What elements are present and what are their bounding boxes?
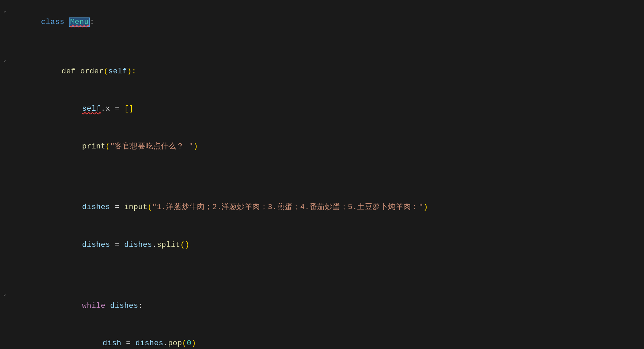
paren-input-open: ( xyxy=(148,203,152,212)
dot-split: . xyxy=(152,241,157,249)
op-assign-dishes: = xyxy=(110,203,124,212)
var-dishes: dishes xyxy=(82,203,110,212)
op-assign-dish: = xyxy=(121,339,135,348)
code-line-dish-pop: dish = dishes.pop(0) xyxy=(0,325,644,349)
empty-line-5 xyxy=(0,275,644,287)
code-content-class: class Menu: xyxy=(10,4,94,40)
code-line-while: ⌄ while dishes: xyxy=(0,287,644,325)
method-pop: pop xyxy=(168,339,182,348)
fold-arrow-def[interactable]: ⌄ xyxy=(0,57,10,64)
colon-while: : xyxy=(138,302,143,310)
paren-print-close: ) xyxy=(193,142,198,151)
code-line-def: ⌄ def order(self): xyxy=(0,53,644,91)
func-input: input xyxy=(124,203,148,212)
paren-input-close: ) xyxy=(424,203,428,212)
code-content-dishes-input: dishes = input("1.洋葱炒牛肉；2.洋葱炒羊肉；3.煎蛋；4.番… xyxy=(10,189,428,226)
paren-split: () xyxy=(180,241,189,249)
paren-close-def: ): xyxy=(127,67,136,76)
var-dishes-2: dishes xyxy=(82,241,110,249)
code-content-dishes-split: dishes = dishes.split() xyxy=(10,227,190,263)
dot-pop: . xyxy=(163,339,168,348)
class-name-menu: Menu xyxy=(69,17,90,27)
fold-icon-class: ⌄ xyxy=(3,8,6,15)
paren-pop-open: ( xyxy=(182,339,187,348)
bracket-empty: [] xyxy=(124,105,134,113)
method-order: order xyxy=(80,67,103,76)
empty-line-2 xyxy=(0,165,644,177)
fold-arrow-while[interactable]: ⌄ xyxy=(0,291,10,298)
num-zero: 0 xyxy=(187,339,191,348)
method-split: split xyxy=(157,241,180,249)
fold-icon-def: ⌄ xyxy=(3,57,6,64)
paren-pop-close: ) xyxy=(191,339,196,348)
var-dish: dish xyxy=(103,339,122,348)
code-line-self-x: self.x = [] xyxy=(0,90,644,128)
str-menu: "1.洋葱炒牛肉；2.洋葱炒羊肉；3.煎蛋；4.番茄炒蛋；5.土豆萝卜炖羊肉：" xyxy=(152,203,424,212)
var-dishes-3: dishes xyxy=(124,241,152,249)
keyword-class: class xyxy=(41,18,69,26)
str-welcome: "客官想要吃点什么？ " xyxy=(110,142,193,151)
code-content-print: print("客官想要吃点什么？ ") xyxy=(10,129,198,165)
code-editor: ⌄ class Menu: ⌄ def order(self): self.x … xyxy=(0,0,644,349)
op-assign-split: = xyxy=(110,241,124,249)
code-line-class: ⌄ class Menu: xyxy=(0,3,644,41)
op-assign-x: = xyxy=(115,105,124,113)
code-content-dish-pop: dish = dishes.pop(0) xyxy=(10,325,196,349)
fold-icon-while: ⌄ xyxy=(3,291,6,298)
paren-print-open: ( xyxy=(105,142,110,151)
code-line-dishes-input: dishes = input("1.洋葱炒牛肉；2.洋葱炒羊肉；3.煎蛋；4.番… xyxy=(0,189,644,226)
empty-line-4 xyxy=(0,264,644,275)
code-content-while: while dishes: xyxy=(10,288,143,324)
keyword-def: def xyxy=(62,67,80,76)
fold-arrow-class[interactable]: ⌄ xyxy=(0,8,10,15)
func-print: print xyxy=(82,142,105,151)
code-line-print: print("客官想要吃点什么？ ") xyxy=(0,128,644,166)
code-content-def: def order(self): xyxy=(10,53,136,90)
var-dishes-while: dishes xyxy=(110,302,138,310)
self-ref: self xyxy=(82,105,101,113)
paren-open-def: ( xyxy=(104,67,109,76)
empty-line-1 xyxy=(0,41,644,53)
code-content-self-x: self.x = [] xyxy=(10,91,134,127)
empty-line-3 xyxy=(0,177,644,189)
dot-x: .x xyxy=(101,105,115,113)
colon-class: : xyxy=(90,18,94,26)
code-line-dishes-split: dishes = dishes.split() xyxy=(0,226,644,264)
var-dishes-4: dishes xyxy=(135,339,163,348)
keyword-while: while xyxy=(82,302,110,310)
self-param: self xyxy=(108,67,127,76)
